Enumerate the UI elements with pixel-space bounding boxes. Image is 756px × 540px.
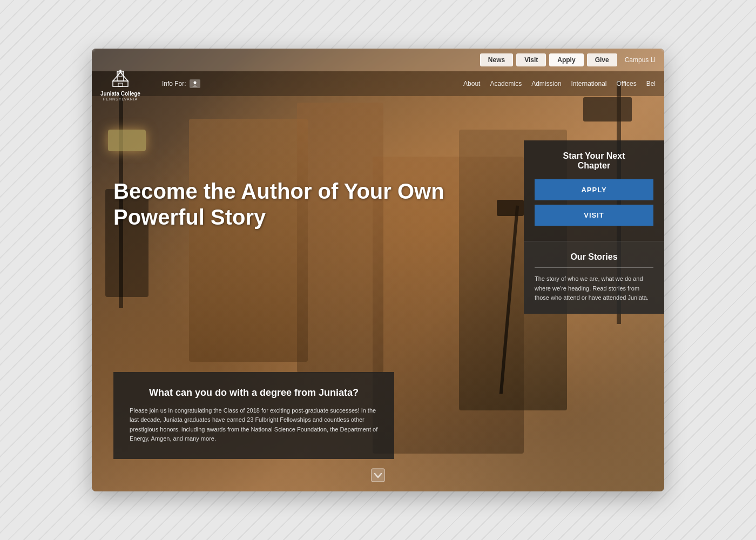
sidebar-stories-text: The story of who we are, what we do and … xyxy=(535,274,653,303)
campus-label: Campus Li xyxy=(625,56,656,64)
hero-title: Become the Author of Your Own Powerful S… xyxy=(113,178,491,230)
scroll-down-arrow[interactable] xyxy=(370,468,386,486)
info-box: What can you do with a degree from Junia… xyxy=(113,372,394,459)
main-navigation: Juniata College PENNSYLVANIA Info For: A… xyxy=(92,71,664,96)
website-container: News Visit Apply Give Campus Li Juniata xyxy=(92,49,664,491)
apply-button[interactable]: Apply xyxy=(549,53,583,66)
sidebar-visit-button[interactable]: VISIT xyxy=(535,205,653,226)
visit-button[interactable]: Visit xyxy=(516,53,546,66)
hero-title-line2: Powerful Story xyxy=(113,205,266,229)
browser-window: News Visit Apply Give Campus Li Juniata xyxy=(92,49,664,491)
sidebar-chapter-section: Start Your Next Chapter APPLY VISIT xyxy=(524,140,664,241)
news-button[interactable]: News xyxy=(480,53,513,66)
nav-items-group: About Academics Admission International … xyxy=(463,80,656,87)
svg-point-5 xyxy=(119,70,122,72)
nav-academics[interactable]: Academics xyxy=(490,80,522,87)
sidebar-chapter-title: Start Your Next Chapter xyxy=(535,151,653,171)
hero-content: Become the Author of Your Own Powerful S… xyxy=(92,124,664,491)
svg-rect-1 xyxy=(119,72,122,77)
info-for-container: Info For: xyxy=(162,79,200,88)
sidebar-chapter-line2: Chapter xyxy=(578,161,610,170)
sidebar-stories-title: Our Stories xyxy=(535,252,653,262)
chevron-down-icon xyxy=(370,468,386,483)
logo-building-icon xyxy=(109,67,132,91)
nav-international[interactable]: International xyxy=(571,80,606,87)
sidebar-stories-section: Our Stories The story of who we are, wha… xyxy=(524,241,664,314)
hero-title-line1: Become the Author of Your Own xyxy=(113,179,444,203)
nav-about[interactable]: About xyxy=(463,80,480,87)
logo-college-name: Juniata College xyxy=(100,91,140,97)
sidebar-chapter-line1: Start Your Next xyxy=(563,151,625,160)
site-logo[interactable]: Juniata College PENNSYLVANIA xyxy=(100,67,140,101)
top-bar-buttons: News Visit Apply Give Campus Li xyxy=(480,53,656,66)
sidebar-divider xyxy=(535,267,653,268)
svg-point-6 xyxy=(193,82,196,84)
nav-bel[interactable]: Bel xyxy=(646,80,656,87)
info-box-title: What can you do with a degree from Junia… xyxy=(130,387,378,399)
svg-rect-4 xyxy=(118,83,123,86)
top-utility-bar: News Visit Apply Give Campus Li xyxy=(92,49,664,71)
svg-rect-7 xyxy=(372,469,384,482)
info-box-body: Please join us in congratulating the Cla… xyxy=(130,406,378,444)
logo-state: PENNSYLVANIA xyxy=(103,97,138,101)
give-button[interactable]: Give xyxy=(587,53,617,66)
right-sidebar: Start Your Next Chapter APPLY VISIT Our … xyxy=(524,140,664,314)
sidebar-apply-button[interactable]: APPLY xyxy=(535,179,653,200)
person-icon xyxy=(192,81,198,86)
nav-offices[interactable]: Offices xyxy=(617,80,637,87)
nav-admission[interactable]: Admission xyxy=(531,80,561,87)
info-for-icon[interactable] xyxy=(190,79,200,88)
svg-rect-3 xyxy=(113,81,128,86)
info-for-label: Info For: xyxy=(162,80,186,87)
